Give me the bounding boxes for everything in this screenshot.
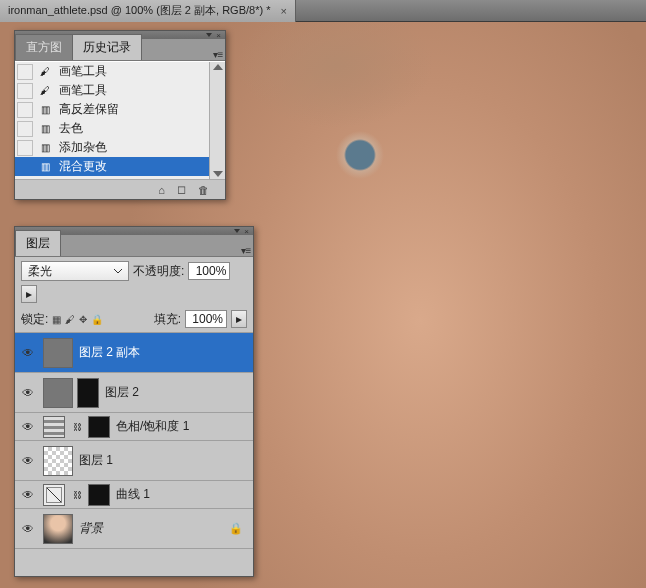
document-tabbar: ironman_athlete.psd @ 100% (图层 2 副本, RGB… xyxy=(0,0,646,22)
document-title: ironman_athlete.psd @ 100% (图层 2 副本, RGB… xyxy=(8,3,270,18)
history-footer: ⌂ ◻ 🗑 xyxy=(15,179,225,199)
panel-tabs: 直方图 历史记录 ▾≡ xyxy=(15,39,225,61)
desaturate-icon: ▥ xyxy=(37,122,53,136)
tab-history[interactable]: 历史记录 xyxy=(72,34,142,60)
layer-label: 图层 2 副本 xyxy=(79,344,140,361)
layer-list-empty xyxy=(15,548,253,576)
layer-label: 曲线 1 xyxy=(116,486,150,503)
blend-mode-select[interactable]: 柔光 xyxy=(21,261,129,281)
fill-label: 填充: xyxy=(154,311,181,328)
fill-input[interactable]: 100% xyxy=(185,310,227,328)
close-icon[interactable]: × xyxy=(280,5,286,17)
history-item[interactable]: ▥高反差保留 xyxy=(15,100,225,119)
visibility-icon[interactable]: 👁 xyxy=(19,522,37,536)
chevron-down-icon xyxy=(114,267,122,275)
history-item[interactable]: ▥混合更改 xyxy=(15,157,225,176)
layer-options: 柔光 不透明度: 100% ▸ 锁定: ▦ 🖌 ✥ 🔒 填充: 100% ▸ xyxy=(15,257,253,332)
camera-icon[interactable]: ⌂ xyxy=(158,184,165,196)
panel-menu-icon[interactable]: ▾≡ xyxy=(239,245,253,256)
lock-transparency-icon[interactable]: ▦ xyxy=(52,314,61,325)
layer-label: 背景 xyxy=(79,520,103,537)
history-panel: × 直方图 历史记录 ▾≡ 🖌画笔工具 🖌画笔工具 ▥高反差保留 ▥去色 ▥添加… xyxy=(14,30,226,200)
layer-list: 👁 图层 2 副本 👁 图层 2 👁 ⛓ 色相/饱和度 1 👁 图层 1 👁 ⛓ xyxy=(15,332,253,576)
history-item[interactable]: 🖌画笔工具 xyxy=(15,81,225,100)
blendchange-icon: ▥ xyxy=(37,160,53,174)
collapse-icon[interactable] xyxy=(206,33,212,37)
scrollbar[interactable] xyxy=(209,62,225,179)
history-list: 🖌画笔工具 🖌画笔工具 ▥高反差保留 ▥去色 ▥添加杂色 ▥混合更改 xyxy=(15,61,225,179)
layer-row[interactable]: 👁 图层 2 副本 xyxy=(15,332,253,372)
layer-row[interactable]: 👁 ⛓ 色相/饱和度 1 xyxy=(15,412,253,440)
history-item[interactable]: ▥去色 xyxy=(15,119,225,138)
addnoise-icon: ▥ xyxy=(37,141,53,155)
panel-menu-icon[interactable]: ▾≡ xyxy=(211,49,225,60)
layer-row[interactable]: 👁 图层 2 xyxy=(15,372,253,412)
layer-label: 色相/饱和度 1 xyxy=(116,418,189,435)
lock-icon: 🔒 xyxy=(229,522,243,535)
collapse-icon[interactable] xyxy=(234,229,240,233)
adjustment-thumb[interactable] xyxy=(43,416,65,438)
layer-row[interactable]: 👁 图层 1 xyxy=(15,440,253,480)
tab-histogram[interactable]: 直方图 xyxy=(15,34,73,60)
new-icon[interactable]: ◻ xyxy=(177,183,186,196)
document-tab[interactable]: ironman_athlete.psd @ 100% (图层 2 副本, RGB… xyxy=(0,0,296,22)
close-icon[interactable]: × xyxy=(244,227,249,236)
opacity-input[interactable]: 100% xyxy=(188,262,230,280)
tab-layers[interactable]: 图层 xyxy=(15,230,61,256)
opacity-label: 不透明度: xyxy=(133,263,184,280)
layer-thumb[interactable] xyxy=(43,378,73,408)
lock-pixels-icon[interactable]: 🖌 xyxy=(65,314,75,325)
link-icon: ⛓ xyxy=(73,490,82,500)
fill-stepper[interactable]: ▸ xyxy=(231,310,247,328)
layer-label: 图层 2 xyxy=(105,384,139,401)
layers-panel: × 图层 ▾≡ 柔光 不透明度: 100% ▸ 锁定: ▦ 🖌 ✥ 🔒 填充: … xyxy=(14,226,254,577)
highpass-icon: ▥ xyxy=(37,103,53,117)
lock-all-icon[interactable]: 🔒 xyxy=(91,314,103,325)
history-item[interactable]: ▥添加杂色 xyxy=(15,138,225,157)
opacity-stepper[interactable]: ▸ xyxy=(21,285,37,303)
visibility-icon[interactable]: 👁 xyxy=(19,386,37,400)
brush-icon: 🖌 xyxy=(37,84,53,98)
panel-tabs: 图层 ▾≡ xyxy=(15,235,253,257)
close-icon[interactable]: × xyxy=(216,31,221,40)
layer-mask[interactable] xyxy=(88,416,110,438)
visibility-icon[interactable]: 👁 xyxy=(19,488,37,502)
brush-icon: 🖌 xyxy=(37,65,53,79)
history-item[interactable]: 🖌画笔工具 xyxy=(15,62,225,81)
layer-label: 图层 1 xyxy=(79,452,113,469)
layer-thumb[interactable] xyxy=(43,514,73,544)
layer-mask[interactable] xyxy=(77,378,99,408)
lock-position-icon[interactable]: ✥ xyxy=(79,314,87,325)
adjustment-thumb[interactable] xyxy=(43,484,65,506)
lock-label: 锁定: xyxy=(21,311,48,328)
layer-mask[interactable] xyxy=(88,484,110,506)
link-icon: ⛓ xyxy=(73,422,82,432)
visibility-icon[interactable]: 👁 xyxy=(19,346,37,360)
layer-row[interactable]: 👁 ⛓ 曲线 1 xyxy=(15,480,253,508)
layer-row[interactable]: 👁 背景 🔒 xyxy=(15,508,253,548)
visibility-icon[interactable]: 👁 xyxy=(19,454,37,468)
layer-thumb[interactable] xyxy=(43,338,73,368)
trash-icon[interactable]: 🗑 xyxy=(198,184,209,196)
layer-thumb[interactable] xyxy=(43,446,73,476)
visibility-icon[interactable]: 👁 xyxy=(19,420,37,434)
